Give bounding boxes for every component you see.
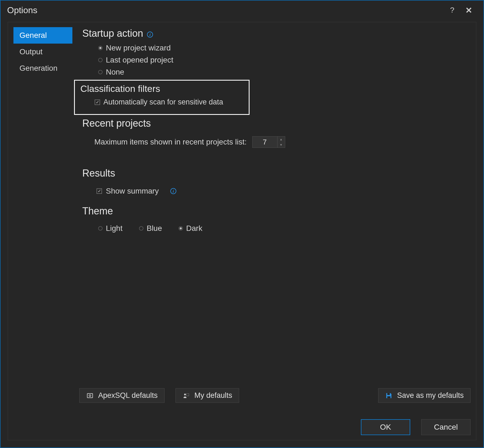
classification-title: Classification filters	[80, 83, 160, 94]
general-panel: Startup action i New project wizard Last…	[72, 27, 471, 383]
theme-title: Theme	[82, 205, 113, 217]
spinner-value: 7	[253, 137, 277, 148]
startup-radio-last-opened[interactable]: Last opened project	[82, 54, 471, 66]
titlebar: Options ? ✕	[1, 1, 483, 20]
results-heading: Results	[82, 168, 471, 179]
radio-icon	[98, 70, 103, 74]
radio-icon	[179, 226, 183, 231]
tab-output[interactable]: Output	[13, 44, 72, 60]
radio-label: Light	[106, 224, 123, 233]
recent-max-spinner[interactable]: 7 ▲ ▼	[252, 136, 285, 148]
spinner-down[interactable]: ▼	[278, 142, 285, 148]
radio-label: None	[106, 68, 124, 76]
save-defaults-label: Save as my defaults	[397, 391, 464, 400]
cancel-label: Cancel	[434, 423, 458, 432]
my-defaults-label: My defaults	[194, 391, 232, 400]
recent-projects-section: Recent projects Maximum items shown in r…	[82, 118, 471, 153]
theme-radio-blue[interactable]: Blue	[139, 224, 162, 233]
side-tabs: General Output Generation	[13, 27, 72, 383]
options-dialog: Options ? ✕ General Output Generation St…	[0, 0, 484, 448]
results-section: Results Show summary i	[82, 168, 471, 195]
classification-heading: Classification filters	[80, 83, 243, 94]
radio-label: Last opened project	[106, 56, 173, 64]
startup-radio-new-project[interactable]: New project wizard	[82, 42, 471, 54]
save-icon	[385, 392, 393, 399]
checkbox-icon	[97, 188, 102, 194]
spinner-arrows: ▲ ▼	[277, 137, 285, 148]
theme-options: Light Blue Dark	[82, 220, 471, 233]
dialog-footer: ApexSQL defaults My defaults Save as my …	[13, 383, 471, 435]
tab-output-label: Output	[19, 47, 43, 56]
cancel-button[interactable]: Cancel	[421, 419, 471, 435]
theme-radio-light[interactable]: Light	[98, 224, 123, 233]
spinner-up[interactable]: ▲	[278, 137, 285, 142]
recent-max-row: Maximum items shown in recent projects l…	[82, 132, 471, 153]
svg-point-1	[89, 395, 91, 396]
apex-defaults-label: ApexSQL defaults	[98, 391, 158, 400]
ok-button[interactable]: OK	[361, 419, 410, 435]
show-summary-checkbox[interactable]: Show summary i	[82, 182, 471, 195]
classification-filters-box: Classification filters Automatically sca…	[74, 80, 250, 115]
save-as-my-defaults-button[interactable]: Save as my defaults	[378, 388, 471, 403]
radio-icon	[98, 58, 103, 62]
tab-general[interactable]: General	[13, 27, 72, 44]
recent-projects-heading: Recent projects	[82, 118, 471, 129]
startup-radio-none[interactable]: None	[82, 66, 471, 78]
info-icon[interactable]: i	[170, 188, 176, 194]
ok-label: OK	[380, 423, 391, 432]
radio-label: Dark	[186, 224, 202, 233]
my-defaults-button[interactable]: My defaults	[176, 388, 239, 403]
show-summary-label: Show summary	[106, 187, 159, 195]
startup-action-title: Startup action	[82, 28, 143, 39]
recent-projects-title: Recent projects	[82, 118, 151, 129]
help-icon: ?	[450, 6, 454, 15]
svg-rect-3	[186, 393, 189, 396]
radio-icon	[139, 226, 143, 231]
auto-scan-checkbox[interactable]: Automatically scan for sensitive data	[80, 96, 243, 108]
recent-max-label: Maximum items shown in recent projects l…	[94, 138, 247, 146]
radio-label: Blue	[147, 224, 162, 233]
svg-rect-4	[387, 393, 390, 395]
svg-rect-0	[87, 393, 93, 398]
svg-rect-5	[387, 396, 390, 398]
svg-point-2	[184, 393, 186, 395]
apex-defaults-button[interactable]: ApexSQL defaults	[79, 388, 165, 403]
theme-radio-dark[interactable]: Dark	[179, 224, 202, 233]
close-icon: ✕	[465, 5, 472, 15]
info-icon[interactable]: i	[147, 32, 153, 38]
radio-icon	[98, 226, 103, 231]
theme-section: Theme Light Blue Dark	[82, 205, 471, 233]
close-button[interactable]: ✕	[460, 3, 477, 17]
radio-icon	[98, 46, 103, 50]
tab-generation-label: Generation	[19, 64, 58, 72]
results-title: Results	[82, 168, 115, 179]
tab-generation[interactable]: Generation	[13, 60, 72, 76]
radio-label: New project wizard	[106, 44, 171, 52]
help-button[interactable]: ?	[444, 3, 460, 17]
theme-heading: Theme	[82, 205, 471, 217]
user-defaults-icon	[182, 392, 190, 399]
checkbox-icon	[95, 100, 100, 105]
startup-action-heading: Startup action i	[82, 28, 471, 39]
window-title: Options	[7, 5, 37, 15]
tab-general-label: General	[19, 31, 47, 39]
content-frame: General Output Generation Startup action…	[8, 22, 476, 440]
auto-scan-label: Automatically scan for sensitive data	[103, 98, 223, 106]
gear-icon	[86, 392, 94, 399]
